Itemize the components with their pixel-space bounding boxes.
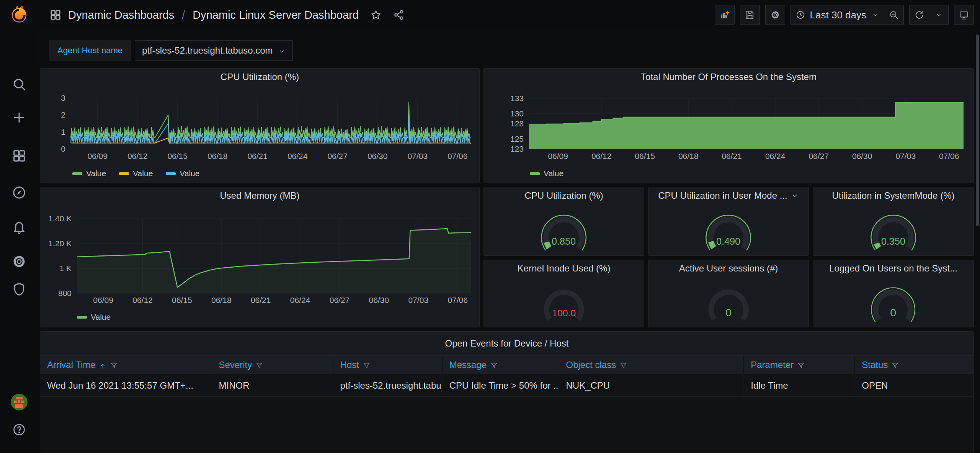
column-header-3[interactable]: Message <box>443 356 559 374</box>
dashboard-settings-button[interactable] <box>765 5 785 25</box>
panel-title[interactable]: Utilization in SystemMode (%) <box>813 187 973 204</box>
sidebar-create-plus-icon[interactable] <box>11 110 27 125</box>
gauge-panel-system-mode: Utilization in SystemMode (%) 0.350 <box>813 187 974 256</box>
dashboard-variables: Agent Host name ptf-sles-52.truesight.ta… <box>49 40 293 61</box>
panel-title[interactable]: CPU Utilization (%) <box>40 69 479 85</box>
column-label: Status <box>862 360 888 370</box>
gauge-panel-active-sessions: Active User sessions (#) 0 <box>648 260 809 327</box>
panel-menu-chevron-icon[interactable] <box>791 191 799 200</box>
zoom-out-icon <box>889 10 899 20</box>
table-cell: ptf-sles-52.truesight.tabu... <box>333 375 443 396</box>
grafana-logo[interactable] <box>8 4 30 25</box>
refresh-interval-button[interactable] <box>929 5 949 25</box>
svg-text:06/21: 06/21 <box>251 296 271 304</box>
chevron-down-icon <box>872 11 879 19</box>
svg-text:1.20 K: 1.20 K <box>48 239 72 248</box>
variable-label: Agent Host name <box>49 40 131 61</box>
legend-item[interactable]: Value <box>530 169 564 178</box>
svg-text:3: 3 <box>61 93 65 102</box>
filter-funnel-icon[interactable] <box>891 361 899 369</box>
filter-funnel-icon[interactable] <box>490 361 498 369</box>
memory-chart[interactable]: 8001 K1.20 K1.40 K06/0906/1206/1506/1806… <box>40 204 479 327</box>
chevron-down-icon <box>935 11 942 19</box>
panel-title-text: CPU Utilization in User Mode ... <box>658 190 787 201</box>
panel-title-text: Utilization in SystemMode (%) <box>832 190 954 201</box>
column-header-0[interactable]: Arrival Time <box>40 356 212 374</box>
sidebar-configuration-gear-icon[interactable] <box>11 254 27 269</box>
panel-title[interactable]: Logged On Users on the Syst... <box>813 260 973 277</box>
legend-swatch <box>119 172 129 175</box>
column-header-6[interactable]: Status <box>855 356 973 374</box>
svg-text:06/21: 06/21 <box>722 152 742 160</box>
filter-funnel-icon[interactable] <box>363 361 371 369</box>
column-header-4[interactable]: Object class <box>559 356 744 374</box>
legend-item[interactable]: Value <box>119 169 153 178</box>
sidebar-explore-compass-icon[interactable] <box>11 185 27 200</box>
panel-title[interactable]: Used Memory (MB) <box>40 187 479 204</box>
cycle-view-button[interactable] <box>954 5 974 25</box>
save-dashboard-button[interactable] <box>740 5 760 25</box>
gauge-canvas: 100.0 <box>524 278 604 325</box>
events-table-header: Arrival TimeSeverityHostMessageObject cl… <box>40 355 973 375</box>
column-header-5[interactable]: Parameter <box>744 356 855 374</box>
gauge-panel-cpu-user-mode: CPU Utilization in User Mode ... 0.490 <box>648 187 809 256</box>
legend-item[interactable]: Value <box>166 169 199 178</box>
column-header-2[interactable]: Host <box>333 356 443 374</box>
table-cell: Idle Time <box>744 375 855 396</box>
legend-swatch <box>166 172 176 175</box>
sort-ascending-arrow-icon <box>99 361 106 369</box>
time-range-picker[interactable]: Last 30 days <box>791 5 884 25</box>
chart-canvas[interactable]: 12312512813013306/0906/1206/1506/1806/21… <box>484 85 973 183</box>
gauge-canvas-wrap: 100.0 <box>484 278 644 325</box>
events-table: Arrival TimeSeverityHostMessageObject cl… <box>40 355 973 453</box>
cpu-chart[interactable]: 012306/0906/1206/1506/1806/2106/2406/270… <box>40 85 479 183</box>
panel-title[interactable]: Active User sessions (#) <box>648 260 808 277</box>
sidebar-alerting-bell-icon[interactable] <box>11 219 27 235</box>
panel-title[interactable]: Total Number Of Processes On the System <box>484 69 973 85</box>
page-scrollbar-thumb[interactable] <box>976 34 979 226</box>
sidebar-admin-shield-icon[interactable] <box>11 281 27 297</box>
panel-title-text: Total Number Of Processes On the System <box>641 72 817 82</box>
panel-title[interactable]: CPU Utilization (%) <box>484 187 644 204</box>
panel-title[interactable]: Open Events for Device / Host <box>40 332 973 355</box>
legend-item[interactable]: Value <box>77 312 111 322</box>
svg-text:06/18: 06/18 <box>678 152 699 160</box>
legend-label: Value <box>86 169 106 178</box>
share-dashboard-icon[interactable] <box>393 9 405 21</box>
chart-canvas[interactable]: 012306/0906/1206/1506/1806/2106/2406/270… <box>40 85 479 183</box>
chart-canvas[interactable]: 8001 K1.20 K1.40 K06/0906/1206/1506/1806… <box>40 204 479 327</box>
zoom-out-time-button[interactable] <box>884 5 904 25</box>
svg-text:0: 0 <box>725 306 732 319</box>
table-cell: OPEN <box>855 375 973 396</box>
table-cell: MINOR <box>212 375 333 396</box>
breadcrumb-page-title[interactable]: Dynamic Linux Server Dashboard <box>193 9 359 21</box>
svg-text:0.350: 0.350 <box>881 236 905 247</box>
breadcrumb-section[interactable]: Dynamic Dashboards <box>68 9 174 21</box>
filter-funnel-icon[interactable] <box>255 361 263 369</box>
processes-chart[interactable]: 12312512813013306/0906/1206/1506/1806/21… <box>484 85 973 183</box>
sidebar-help-question-icon[interactable] <box>12 423 26 437</box>
svg-text:06/24: 06/24 <box>287 152 308 160</box>
sidebar-search-icon[interactable] <box>11 77 27 92</box>
filter-funnel-icon[interactable] <box>797 361 805 369</box>
star-favorite-icon[interactable] <box>370 9 382 21</box>
filter-funnel-icon[interactable] <box>110 361 118 369</box>
refresh-button[interactable] <box>909 5 929 25</box>
agent-host-dropdown[interactable]: ptf-sles-52.truesight.tabuso.com <box>135 40 293 61</box>
add-panel-button[interactable] <box>715 5 735 25</box>
filter-funnel-icon[interactable] <box>619 361 627 369</box>
legend-swatch <box>77 316 87 319</box>
panel-title[interactable]: Kernel Inode Used (%) <box>484 260 644 277</box>
column-header-1[interactable]: Severity <box>212 356 333 374</box>
gauge-canvas: 0.350 <box>853 205 934 253</box>
legend-item[interactable]: Value <box>72 169 106 178</box>
user-avatar[interactable] <box>11 394 28 410</box>
dashboard-toolbar: Last 30 days <box>715 5 974 25</box>
column-label: Host <box>340 360 359 370</box>
table-row: Wed Jun 16 2021 13:55:57 GMT+...MINORptf… <box>40 375 973 397</box>
svg-text:07/06: 07/06 <box>448 152 468 160</box>
column-label: Object class <box>566 360 616 370</box>
apps-grid-icon <box>49 8 62 21</box>
sidebar-dashboards-grid-icon[interactable] <box>11 148 27 164</box>
panel-title[interactable]: CPU Utilization in User Mode ... <box>648 187 808 204</box>
